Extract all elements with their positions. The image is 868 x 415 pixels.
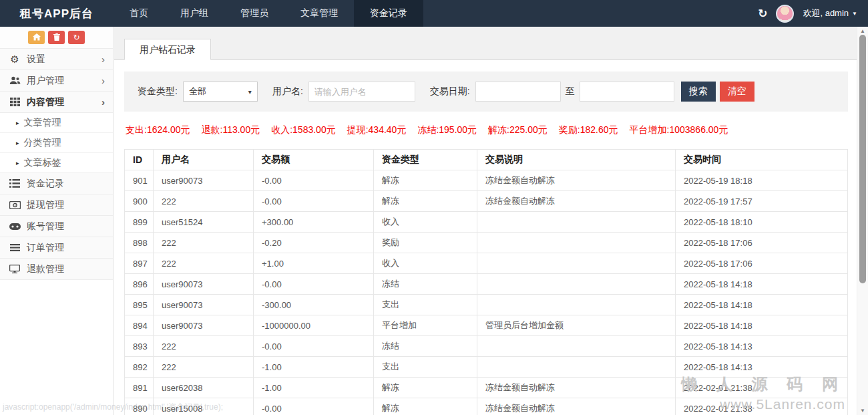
table-cell: 2022-02-01 21:38	[676, 378, 848, 398]
nav-menu: 首页 用户组 管理员 文章管理 资金记录	[114, 0, 423, 27]
clear-cache-button[interactable]	[48, 31, 65, 44]
table-row: 897222+1.00收入2022-05-18 17:06	[125, 253, 848, 274]
sidebar-item-label: 退款管理	[27, 263, 64, 275]
nav-item-home[interactable]: 首页	[114, 0, 164, 27]
table-cell: 解冻	[374, 378, 477, 398]
summary-frozen: 冻结:195.00元	[417, 124, 477, 136]
fund-type-selected-value: 全部	[189, 86, 206, 98]
search-button[interactable]: 搜索	[681, 82, 716, 102]
nav-item-user-groups[interactable]: 用户组	[164, 0, 224, 27]
header-description: 交易说明	[477, 150, 676, 170]
scroll-down-arrow[interactable]: ▼	[857, 408, 868, 414]
table-cell: 2022-05-18 18:10	[676, 212, 848, 233]
date-end-input[interactable]	[580, 82, 674, 102]
table-cell: -0.00	[254, 170, 374, 191]
table-cell: 2022-05-18 14:13	[676, 336, 848, 357]
navbar-right: ↻ 欢迎, admin ▼	[758, 0, 868, 27]
sidebar-item-label: 用户管理	[27, 75, 64, 87]
summary-withdraw: 提现:434.40元	[347, 124, 407, 136]
sidebar-subitem-label: 文章标签	[24, 157, 61, 169]
sidebar-item-content-management[interactable]: 内容管理 ›	[0, 92, 113, 113]
scroll-up-arrow[interactable]: ▲	[857, 28, 868, 34]
recycle-button[interactable]: ↻	[68, 31, 85, 44]
list-icon	[8, 179, 21, 188]
sidebar-item-user-management[interactable]: 用户管理 ›	[0, 70, 113, 92]
monitor-icon	[8, 265, 21, 273]
trash-icon	[53, 33, 60, 42]
table-cell: -1.00	[254, 357, 374, 378]
sidebar-item-withdrawal-management[interactable]: 提现管理	[0, 194, 113, 216]
nav-item-articles[interactable]: 文章管理	[284, 0, 354, 27]
summary-platform-add: 平台增加:1003866.00元	[630, 124, 728, 136]
table-cell: -0.00	[254, 336, 374, 357]
date-start-input[interactable]	[475, 82, 561, 102]
table-cell: 解冻	[374, 170, 477, 191]
sidebar-item-settings[interactable]: ⚙ 设置 ›	[0, 49, 113, 70]
table-cell: 900	[125, 191, 154, 212]
nav-item-admins[interactable]: 管理员	[224, 0, 284, 27]
sidebar-subitem-article-management[interactable]: ▸ 文章管理	[0, 113, 113, 133]
tab-bar: 用户钻石记录	[114, 27, 868, 60]
table-cell: 2022-05-18 14:18	[676, 315, 848, 336]
header-time: 交易时间	[676, 150, 848, 170]
table-row: 893222-0.00冻结2022-05-18 14:13	[125, 336, 848, 357]
nav-item-fund-records[interactable]: 资金记录	[354, 0, 423, 27]
table-cell: 冻结金额自动解冻	[477, 191, 676, 212]
username-input[interactable]	[308, 82, 415, 102]
summary-expense: 支出:1624.00元	[126, 124, 190, 136]
sidebar-subitem-category-management[interactable]: ▸ 分类管理	[0, 133, 113, 153]
header-fund-type: 资金类型	[374, 150, 477, 170]
gear-icon: ⚙	[8, 53, 21, 65]
header-username: 用户名	[154, 150, 254, 170]
sidebar-subitem-label: 分类管理	[24, 137, 61, 149]
table-row: 899user51524+300.00收入2022-05-18 18:10	[125, 212, 848, 233]
table-row: 900222-0.00解冻冻结金额自动解冻2022-05-19 17:57	[125, 191, 848, 212]
table-cell	[477, 212, 676, 233]
table-row: 890user15008-0.00解冻冻结金额自动解冻2022-02-01 21…	[125, 398, 848, 415]
table-row: 894user90073-1000000.00平台增加管理员后台增加金额2022…	[125, 315, 848, 336]
sidebar-item-fund-records[interactable]: 资金记录	[0, 173, 113, 194]
table-cell: 支出	[374, 295, 477, 315]
table-cell: 896	[125, 274, 154, 295]
table-row: 896user90073-0.00冻结2022-05-18 14:18	[125, 274, 848, 295]
table-cell	[477, 233, 676, 253]
table-row: 891user62038-1.00解冻冻结金额自动解冻2022-02-01 21…	[125, 378, 848, 398]
tab-user-diamond-records[interactable]: 用户钻石记录	[124, 39, 211, 60]
sidebar-item-order-management[interactable]: 订单管理	[0, 237, 113, 259]
sidebar-item-label: 设置	[27, 53, 45, 65]
vertical-scrollbar[interactable]: ▲ ▼	[857, 27, 868, 415]
table-cell	[477, 295, 676, 315]
home-icon	[33, 33, 41, 42]
table-header: ID 用户名 交易额 资金类型 交易说明 交易时间	[125, 150, 848, 170]
table-cell: 2022-05-18 14:13	[676, 357, 848, 378]
table-cell: 891	[125, 378, 154, 398]
sidebar: ↻ ⚙ 设置 › 用户管理 › 内容管理 › ▸ 文章管理 ▸ 分类管理 ▸ 文…	[0, 27, 114, 415]
scrollbar-thumb[interactable]	[859, 35, 866, 283]
fund-type-label: 资金类型:	[138, 86, 178, 98]
fund-type-select[interactable]: 全部 ▾	[183, 82, 258, 102]
sidebar-item-label: 内容管理	[27, 96, 64, 108]
date-to-label: 至	[566, 86, 575, 98]
refresh-icon[interactable]: ↻	[758, 8, 767, 19]
table-row: 898222-0.20奖励2022-05-18 17:06	[125, 233, 848, 253]
filter-bar: 资金类型: 全部 ▾ 用户名: 交易日期: 至 搜索 清空	[124, 72, 848, 112]
home-button[interactable]	[28, 31, 45, 44]
user-menu[interactable]: 欢迎, admin ▼	[803, 7, 857, 19]
table-cell: -0.20	[254, 233, 374, 253]
table-cell: 收入	[374, 212, 477, 233]
table-cell: 2022-02-01 21:38	[676, 398, 848, 415]
table-row: 892222-1.00支出2022-05-18 14:13	[125, 357, 848, 378]
table-cell: user90073	[154, 295, 254, 315]
clear-button[interactable]: 清空	[720, 82, 754, 102]
date-label: 交易日期:	[430, 86, 470, 98]
table-cell: 冻结金额自动解冻	[477, 398, 676, 415]
summary-totals: 支出:1624.00元 退款:113.00元 收入:1583.00元 提现:43…	[126, 124, 847, 136]
sidebar-item-label: 资金记录	[27, 178, 64, 190]
sidebar-item-account-management[interactable]: 账号管理	[0, 216, 113, 237]
sidebar-item-refund-management[interactable]: 退款管理	[0, 259, 113, 280]
summary-income: 收入:1583.00元	[271, 124, 336, 136]
sidebar-subitem-article-tags[interactable]: ▸ 文章标签	[0, 153, 113, 173]
table-cell: 222	[154, 336, 254, 357]
table-cell: -0.00	[254, 274, 374, 295]
avatar[interactable]	[776, 5, 794, 23]
